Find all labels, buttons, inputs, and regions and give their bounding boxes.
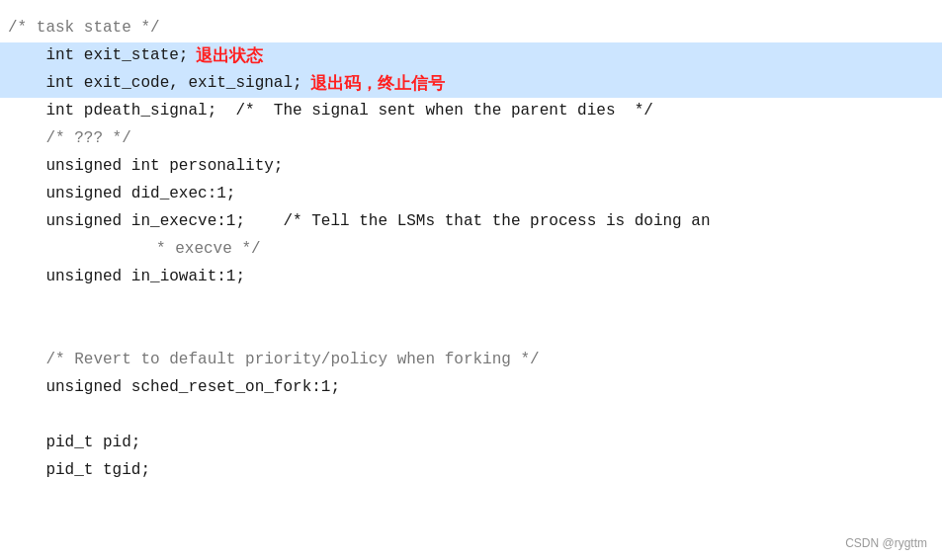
code-block: /* task state */ int exit_state; 退出状态 in… (0, 10, 942, 490)
comment-revert: /* Revert to default priority/policy whe… (8, 348, 540, 373)
comment-task-state: /* task state */ (8, 16, 160, 41)
annotation-exit-code: 退出码，终止信号 (310, 70, 445, 97)
line-exit-state: int exit_state; 退出状态 (0, 42, 942, 70)
comment-qqq: /* ??? */ (8, 126, 131, 152)
code-exit-state: int exit_state; (8, 43, 188, 69)
code-sched-reset: unsigned sched_reset_on_fork:1; (8, 375, 340, 401)
blank-line-3 (0, 402, 942, 430)
line-did-exec: unsigned did_exec:1; (0, 181, 942, 208)
code-execve-cont: * execve */ (156, 237, 261, 263)
line-comment-task-state: /* task state */ (0, 15, 942, 42)
code-in-execve: unsigned in_execve:1; /* Tell the LSMs t… (8, 209, 711, 235)
line-tgid: pid_t tgid; (0, 457, 942, 485)
code-exit-code: int exit_code, exit_signal; (8, 71, 302, 97)
line-pid: pid_t pid; (0, 430, 942, 457)
line-personality: unsigned int personality; (0, 153, 942, 181)
line-in-execve: unsigned in_execve:1; /* Tell the LSMs t… (0, 208, 942, 236)
annotation-exit-state: 退出状态 (196, 42, 263, 69)
code-personality: unsigned int personality; (8, 154, 283, 180)
code-container: /* task state */ int exit_state; 退出状态 in… (0, 0, 942, 560)
watermark: CSDN @rygttm (845, 536, 927, 550)
line-pdeath-signal: int pdeath_signal; /* The signal sent wh… (0, 98, 942, 125)
line-exit-code: int exit_code, exit_signal; 退出码，终止信号 (0, 70, 942, 98)
line-sched-reset: unsigned sched_reset_on_fork:1; (0, 374, 942, 402)
code-did-exec: unsigned did_exec:1; (8, 182, 235, 207)
line-in-iowait: unsigned in_iowait:1; (0, 264, 942, 291)
code-tgid: pid_t tgid; (8, 458, 150, 484)
line-revert-comment: /* Revert to default priority/policy whe… (0, 347, 942, 374)
blank-line-2 (0, 319, 942, 347)
line-qqq: /* ??? */ (0, 125, 942, 153)
blank-line-1 (0, 291, 942, 319)
code-pid: pid_t pid; (8, 431, 140, 456)
code-in-iowait: unsigned in_iowait:1; (8, 265, 245, 290)
line-execve-cont: * execve */ (0, 236, 942, 264)
code-pdeath-signal: int pdeath_signal; /* The signal sent wh… (8, 99, 653, 124)
